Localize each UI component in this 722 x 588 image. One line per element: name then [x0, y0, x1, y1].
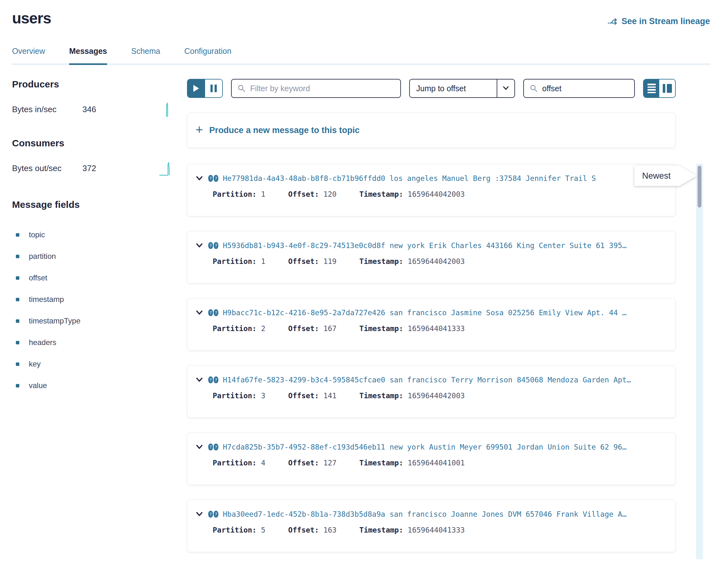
message-list: ?? He77981da-4a43-48ab-b8f8-cb71b96ffdd0…	[187, 164, 676, 552]
scrollbar-thumb[interactable]	[698, 166, 701, 208]
message-fields-section: Message fields topic partition offset ti…	[12, 199, 174, 396]
message-row[interactable]: ?? H5936db81-b943-4e0f-8c29-74513e0c0d8f…	[187, 231, 676, 284]
message-row[interactable]: ?? H14fa67fe-5823-4299-b3c4-595845cfcae0…	[187, 365, 676, 418]
field-item-timestampType[interactable]: timestampType	[12, 310, 174, 332]
message-row[interactable]: ?? He77981da-4a43-48ab-b8f8-cb71b96ffdd0…	[187, 164, 676, 216]
partition-field: Partition:1	[213, 190, 265, 198]
chevron-down-icon[interactable]	[195, 309, 204, 316]
tab-messages[interactable]: Messages	[69, 46, 107, 63]
non-printable-bytes-icon: ??	[208, 376, 219, 383]
timestamp-field: Timestamp:1659644041333	[359, 526, 465, 534]
message-key: He77981da-4a43-48ab-b8f8-cb71b96ffdd0 lo…	[223, 174, 596, 183]
pause-button[interactable]	[205, 80, 223, 97]
consumers-section: Consumers Bytes out/sec 372	[12, 138, 174, 176]
consumers-heading: Consumers	[12, 138, 174, 149]
field-item-headers[interactable]: headers	[12, 332, 174, 353]
non-printable-bytes-icon: ??	[208, 242, 219, 249]
offset-field: Offset:120	[288, 190, 336, 198]
plus-icon: +	[195, 123, 203, 136]
message-row[interactable]: ?? Hba30eed7-1edc-452b-8b1a-738d3b5d8a9a…	[187, 500, 676, 552]
tab-configuration[interactable]: Configuration	[184, 46, 231, 63]
field-bullet-icon	[16, 298, 19, 301]
search-icon	[530, 84, 538, 92]
partition-field: Partition:5	[213, 526, 265, 534]
lineage-arrows-icon	[607, 17, 618, 26]
timestamp-field: Timestamp:1659644042003	[359, 190, 465, 198]
stream-lineage-label: See in Stream lineage	[621, 17, 710, 26]
offset-search-input[interactable]	[542, 84, 628, 93]
producers-section: Producers Bytes in/sec 346	[12, 79, 174, 118]
field-label: partition	[29, 252, 56, 261]
timestamp-field: Timestamp:1659644042003	[359, 392, 465, 400]
chevron-down-icon[interactable]	[195, 376, 204, 383]
topic-page: users See in Stream lineage Overview Mes…	[0, 0, 722, 588]
field-item-partition[interactable]: partition	[12, 246, 174, 267]
list-view-icon	[647, 84, 656, 93]
offset-field: Offset:167	[288, 324, 336, 333]
play-button[interactable]	[188, 80, 205, 97]
scrollbar-track[interactable]	[696, 164, 703, 559]
list-view-button[interactable]	[644, 80, 660, 97]
messages-toolbar: Jump to offset	[187, 79, 676, 98]
chevron-down-icon[interactable]	[195, 443, 204, 450]
field-item-value[interactable]: value	[12, 375, 174, 396]
tab-bar: Overview Messages Schema Configuration	[12, 46, 710, 65]
partition-field: Partition:1	[213, 257, 265, 266]
page-title: users	[12, 9, 51, 27]
offset-field: Offset:141	[288, 392, 336, 400]
field-bullet-icon	[16, 384, 19, 387]
bytes-out-value: 372	[82, 164, 117, 173]
message-key: H7cda825b-35b7-4952-88ef-c193d546eb11 ne…	[223, 443, 626, 451]
bytes-in-value: 346	[82, 105, 117, 114]
offset-field: Offset:163	[288, 526, 336, 534]
produce-message-button[interactable]: + Produce a new message to this topic	[187, 112, 676, 148]
partition-field: Partition:4	[213, 459, 265, 467]
play-icon	[193, 85, 199, 92]
jump-to-offset-select[interactable]: Jump to offset	[409, 79, 515, 98]
search-icon	[238, 84, 246, 92]
offset-search	[523, 79, 635, 98]
message-key: H5936db81-b943-4e0f-8c29-74513e0c0d8f ne…	[223, 241, 626, 250]
timestamp-field: Timestamp:1659644042003	[359, 257, 465, 266]
timestamp-field: Timestamp:1659644041333	[359, 324, 465, 333]
tab-schema[interactable]: Schema	[131, 46, 160, 63]
field-label: topic	[29, 230, 45, 239]
field-bullet-icon	[16, 341, 19, 344]
chevron-down-icon[interactable]	[195, 511, 204, 518]
bytes-in-label: Bytes in/sec	[12, 105, 82, 114]
message-row[interactable]: ?? H7cda825b-35b7-4952-88ef-c193d546eb11…	[187, 433, 676, 485]
field-label: value	[29, 381, 47, 390]
bytes-in-metric: Bytes in/sec 346	[12, 101, 174, 118]
metrics-sidebar: Producers Bytes in/sec 346 Consumers Byt…	[12, 65, 174, 396]
column-view-button[interactable]	[659, 80, 675, 97]
message-row[interactable]: ?? H9bacc71c-b12c-4216-8e95-2a7da727e426…	[187, 298, 676, 351]
column-view-icon	[663, 84, 672, 93]
message-key: H14fa67fe-5823-4299-b3c4-595845cfcae0 sa…	[223, 376, 631, 384]
jump-to-offset-value: Jump to offset	[410, 84, 492, 93]
chevron-down-icon[interactable]	[195, 175, 204, 182]
field-bullet-icon	[16, 255, 19, 258]
bytes-out-label: Bytes out/sec	[12, 164, 82, 173]
field-item-offset[interactable]: offset	[12, 267, 174, 289]
tab-overview[interactable]: Overview	[12, 46, 45, 63]
offset-field: Offset:119	[288, 257, 336, 266]
bytes-out-metric: Bytes out/sec 372	[12, 160, 174, 176]
field-item-topic[interactable]: topic	[12, 224, 174, 246]
producers-heading: Producers	[12, 79, 174, 90]
field-label: offset	[29, 273, 47, 282]
play-pause-control	[187, 79, 223, 98]
keyword-filter-input[interactable]	[250, 84, 395, 93]
chevron-down-icon[interactable]	[497, 80, 514, 97]
bytes-in-sparkline-icon	[164, 101, 172, 118]
field-item-timestamp[interactable]: timestamp	[12, 289, 174, 310]
field-bullet-icon	[16, 319, 19, 323]
timestamp-field: Timestamp:1659644041001	[359, 459, 465, 467]
field-bullet-icon	[16, 276, 19, 280]
non-printable-bytes-icon: ??	[208, 443, 219, 450]
stream-lineage-link[interactable]: See in Stream lineage	[607, 17, 710, 26]
chevron-down-icon[interactable]	[195, 242, 204, 249]
message-fields-heading: Message fields	[12, 199, 174, 210]
produce-message-label: Produce a new message to this topic	[209, 125, 359, 135]
field-item-key[interactable]: key	[12, 353, 174, 375]
field-bullet-icon	[16, 362, 19, 366]
